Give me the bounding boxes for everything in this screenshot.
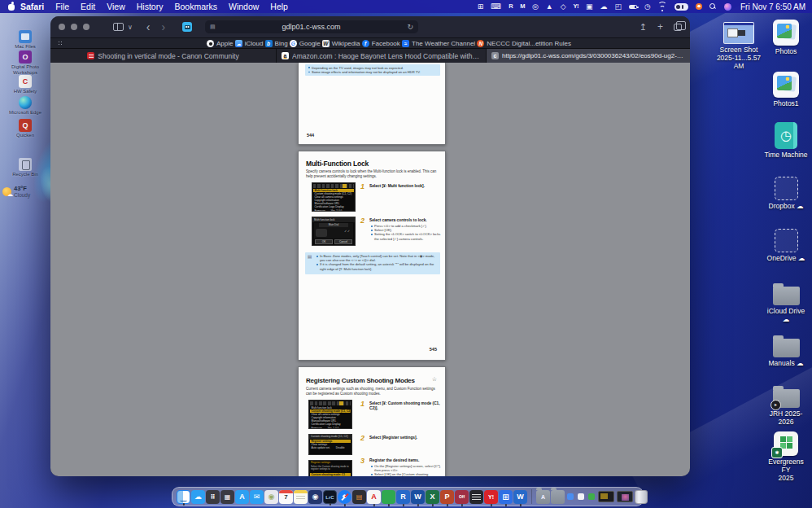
photos1-folder[interactable]: Photos1 xyxy=(763,72,809,107)
minimized-camera-window[interactable] xyxy=(598,491,614,502)
finder[interactable] xyxy=(177,490,190,504)
evergreens-file[interactable]: Evergreens FY 2025 xyxy=(763,431,809,482)
menu-view[interactable]: View xyxy=(107,2,125,11)
screen-mirroring-icon[interactable]: ⊞ xyxy=(478,0,484,13)
contacts[interactable]: ◉ xyxy=(264,490,278,504)
yahoo-status-icon[interactable]: Y! xyxy=(574,0,579,13)
extension-blue-icon[interactable] xyxy=(182,22,192,32)
yahoo-app[interactable]: Y! xyxy=(484,490,498,504)
forward-button[interactable]: › xyxy=(162,16,166,37)
notes[interactable] xyxy=(294,490,308,504)
address-bar[interactable]: ▤ gdlp01.c-wss.com ↻ xyxy=(205,20,418,33)
desktop-icon-label: OneDrive ☁ xyxy=(763,254,809,262)
close-window-button[interactable] xyxy=(59,24,65,30)
icloud-drive-folder[interactable]: iCloud Drive ☁ xyxy=(763,280,809,323)
numbers[interactable] xyxy=(382,490,395,504)
mission-control[interactable]: ▦ xyxy=(220,490,234,504)
menu-bar-clock[interactable]: Fri Nov 7 6:50 AM xyxy=(740,2,805,11)
mini-window-blue[interactable] xyxy=(567,493,574,500)
r-app[interactable]: R xyxy=(396,490,410,504)
swirl-icon[interactable]: ◎ xyxy=(532,0,539,13)
powerpoint[interactable]: P xyxy=(440,490,454,504)
word[interactable]: W xyxy=(411,490,425,504)
minimize-window-button[interactable] xyxy=(71,24,77,30)
safari-dock[interactable] xyxy=(338,490,351,504)
menu-bookmarks[interactable]: Bookmarks xyxy=(174,2,217,11)
r-status-icon[interactable]: R xyxy=(509,0,513,13)
favorite-wikipedia[interactable]: WWikipedia xyxy=(322,40,360,47)
tab-overview-icon[interactable] xyxy=(674,24,682,31)
menu-file[interactable]: File xyxy=(55,2,69,11)
photo-booth[interactable]: ◉ xyxy=(308,490,322,504)
pdf-viewport[interactable]: Depending on the TV used, images may not… xyxy=(50,63,690,476)
menu-history[interactable]: History xyxy=(137,2,164,11)
calendar[interactable]: 7 xyxy=(279,490,293,504)
new-tab-button[interactable]: + xyxy=(657,21,663,33)
page-settings-icon[interactable]: ▤ xyxy=(210,24,216,30)
m-status-icon[interactable]: M xyxy=(520,0,525,13)
trash[interactable] xyxy=(635,490,648,504)
favorite-google[interactable]: GGoogle xyxy=(290,40,321,47)
manuals-folder[interactable]: Manuals ☁ xyxy=(763,332,809,367)
onedrive-folder[interactable]: OneDrive ☁ xyxy=(763,226,809,262)
microsoft365[interactable]: ⊞ xyxy=(499,490,513,504)
lightroom-classic[interactable]: LrC xyxy=(323,490,337,504)
menu-edit[interactable]: Edit xyxy=(81,2,95,11)
reading-list-app[interactable] xyxy=(469,490,483,504)
sidebar-toggle-icon[interactable] xyxy=(113,23,124,31)
favorite-icloud[interactable]: iCloud xyxy=(235,40,264,47)
photos-folder[interactable]: Photos xyxy=(763,20,809,55)
apple-menu-icon[interactable] xyxy=(8,2,15,11)
applications-folder[interactable]: A xyxy=(536,490,550,504)
tab-pdf-active[interactable]: c https://gdlp01.c-wss.com/gds/3/0300036… xyxy=(487,49,690,63)
clock-status-icon[interactable]: ◷ xyxy=(644,0,651,13)
favorite-neccc[interactable]: NNECCC Digital...etition Rules xyxy=(477,40,571,47)
desktop-icon-label: iCloud Drive ☁ xyxy=(763,307,809,323)
pdf-reader[interactable]: A xyxy=(367,490,381,504)
zoom-window-button[interactable] xyxy=(83,24,89,30)
tab-amazon[interactable]: a Amazon.com : Haoge Bayonet Lens Hood C… xyxy=(277,49,487,63)
time-machine[interactable]: Time Machine xyxy=(763,122,809,159)
tv-status-icon[interactable]: ▣ xyxy=(586,0,593,13)
mail[interactable]: ✉ xyxy=(250,490,264,504)
share-icon[interactable]: ↥ xyxy=(640,22,647,33)
app-store[interactable]: A xyxy=(235,490,249,504)
wifi-icon[interactable] xyxy=(658,3,667,11)
books[interactable]: ▤ xyxy=(352,490,366,504)
triangle-icon[interactable]: ▲ xyxy=(546,0,553,13)
spotlight-icon[interactable] xyxy=(709,3,717,11)
reload-icon[interactable]: ↻ xyxy=(407,23,413,31)
mini-window-green[interactable] xyxy=(588,493,595,500)
launchpad[interactable]: ⠿ xyxy=(206,490,220,504)
camera-indicator-pill[interactable] xyxy=(674,3,688,11)
dropbox-folder[interactable]: Dropbox ☁ xyxy=(763,174,809,210)
onedrive-status-icon[interactable]: ☁ xyxy=(600,0,608,13)
chevron-down-icon[interactable]: ∨ xyxy=(128,24,133,31)
url-text[interactable]: gdlp01.c-wss.com xyxy=(216,23,408,31)
documents-folder[interactable] xyxy=(551,490,565,504)
word-online[interactable]: W xyxy=(513,490,527,504)
keyboard-icon[interactable]: ⌨ xyxy=(491,0,501,13)
excel[interactable]: X xyxy=(426,490,439,504)
office[interactable]: Off xyxy=(455,490,469,504)
battery-icon[interactable] xyxy=(629,5,637,9)
tab-canon-community[interactable]: Shooting in vertical mode - Canon Commun… xyxy=(50,49,277,63)
menu-safari[interactable]: Safari xyxy=(20,2,44,11)
siri-icon[interactable] xyxy=(724,3,731,11)
minimized-photo-window[interactable] xyxy=(617,491,633,502)
favorite-twc[interactable]: ≈The Weather Channel xyxy=(402,40,475,47)
menu-window[interactable]: Window xyxy=(229,2,259,11)
recording-indicator-icon[interactable] xyxy=(696,3,702,10)
favorite-facebook[interactable]: fFacebook xyxy=(362,40,400,47)
favorite-apple[interactable]: Apple xyxy=(207,40,233,47)
weather-app[interactable]: ☁ xyxy=(191,490,205,504)
jrh-folder[interactable]: JRH 2025-2026 xyxy=(763,383,809,426)
favorites-grid-icon[interactable] xyxy=(58,41,63,46)
screen-shot-file[interactable]: Screen Shot 2025-11...5.57 AM xyxy=(716,22,762,70)
menu-help[interactable]: Help xyxy=(270,2,288,11)
robot-status-icon[interactable]: ◰ xyxy=(615,0,622,13)
dropbox-status-icon[interactable]: ◇ xyxy=(561,0,566,13)
back-button[interactable]: ‹ xyxy=(146,16,151,37)
mini-window-white[interactable] xyxy=(578,493,584,500)
favorite-bing[interactable]: bBing xyxy=(265,40,288,47)
